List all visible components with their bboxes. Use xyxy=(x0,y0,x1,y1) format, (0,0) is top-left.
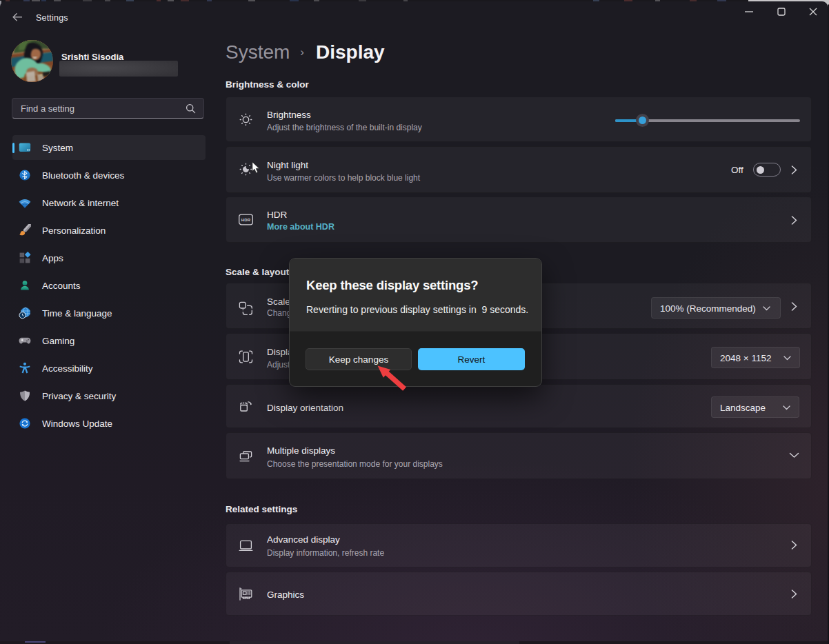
svg-text:HDR: HDR xyxy=(241,218,251,222)
